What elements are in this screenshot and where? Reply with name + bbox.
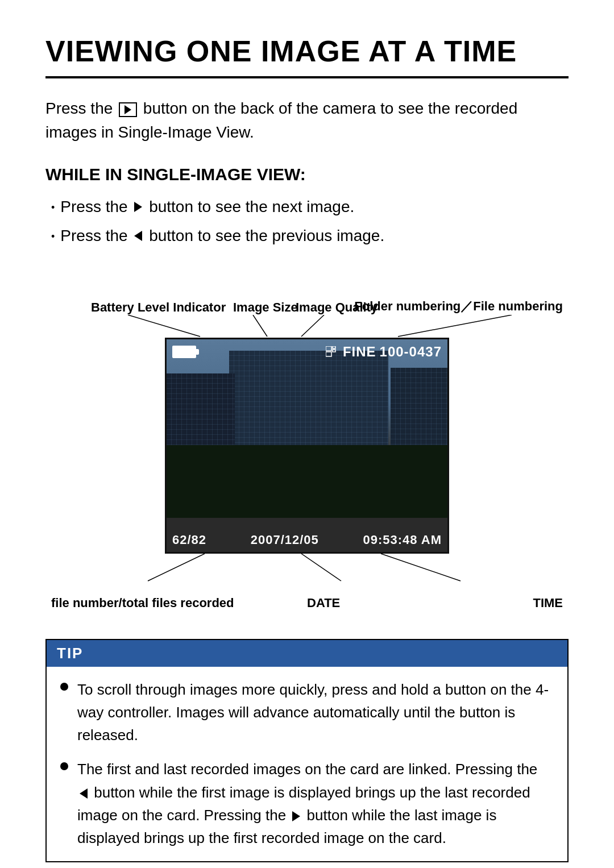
bullet-prev-image: • Press the button to see the previous i… xyxy=(51,223,569,249)
right-arrow-icon xyxy=(134,202,142,212)
tip-body: To scroll through images more quickly, p… xyxy=(47,667,567,861)
bullet-dot-1: • xyxy=(51,200,55,216)
trees xyxy=(167,445,447,519)
label-folder-file: Folder numbering／File numbering xyxy=(354,298,563,315)
intro-text-after: button on the back of the camera to see … xyxy=(45,99,517,141)
image-size-grid-icon xyxy=(326,346,339,358)
svg-rect-4 xyxy=(326,346,331,351)
page-title: VIEWING ONE IMAGE AT A TIME xyxy=(45,34,569,78)
playback-icon xyxy=(119,102,137,117)
svg-line-10 xyxy=(381,554,460,581)
svg-line-8 xyxy=(148,554,205,581)
tip-bullet-1: To scroll through images more quickly, p… xyxy=(60,678,554,747)
annotation-lines-bottom xyxy=(45,554,569,582)
bullet-2-before: Press the xyxy=(60,223,132,249)
tip-bullet-dot-2 xyxy=(60,762,68,770)
camera-screen-wrapper: FINE 100-0437 62/82 2007/12/05 09:53:48 … xyxy=(45,338,569,554)
camera-screen: FINE 100-0437 62/82 2007/12/05 09:53:48 … xyxy=(165,338,449,554)
hud-number-text: 100-0437 xyxy=(380,344,442,360)
hud-date: 2007/12/05 xyxy=(251,533,319,547)
svg-line-1 xyxy=(253,315,267,337)
hud-file-number: 62/82 xyxy=(172,533,206,547)
bullet-2-after: button to see the previous image. xyxy=(144,223,384,249)
battery-display-icon xyxy=(172,346,196,358)
annotation-lines-top xyxy=(45,315,569,338)
label-image-size: Image Size xyxy=(233,300,298,315)
tip-right-arrow-icon xyxy=(292,811,300,821)
svg-line-3 xyxy=(398,315,512,337)
bullet-1-after: button to see the next image. xyxy=(144,194,354,220)
tip-box: TIP To scroll through images more quickl… xyxy=(45,639,569,862)
hud-top-right: FINE 100-0437 xyxy=(326,344,442,360)
tip-left-arrow-icon xyxy=(80,788,88,799)
tip-bullet-dot-1 xyxy=(60,683,68,691)
svg-line-2 xyxy=(301,315,324,337)
svg-rect-6 xyxy=(333,350,335,352)
hud-time: 09:53:48 AM xyxy=(363,533,442,547)
bullet-next-image: • Press the button to see the next image… xyxy=(51,194,569,220)
hud-top: FINE 100-0437 xyxy=(172,344,442,360)
svg-rect-5 xyxy=(333,346,335,348)
svg-line-9 xyxy=(301,554,341,581)
intro-text-before: Press the xyxy=(45,99,113,117)
label-battery: Battery Level Indicator xyxy=(91,300,226,315)
intro-paragraph: Press the button on the back of the came… xyxy=(45,97,569,144)
tip-text-1: To scroll through images more quickly, p… xyxy=(77,678,554,747)
single-image-heading: WHILE IN SINGLE-IMAGE VIEW: xyxy=(45,165,569,184)
svg-rect-7 xyxy=(326,352,331,356)
bullet-1-before: Press the xyxy=(60,194,132,220)
bullet-dot-2: • xyxy=(51,229,55,245)
tip-header: TIP xyxy=(47,640,567,667)
tip-text-2: The first and last recorded images on th… xyxy=(77,758,554,849)
hud-quality-text: FINE xyxy=(343,344,376,360)
single-image-bullets: • Press the button to see the next image… xyxy=(45,194,569,249)
label-date: DATE xyxy=(307,596,340,610)
label-time: TIME xyxy=(533,596,563,610)
tip-bullet-2: The first and last recorded images on th… xyxy=(60,758,554,849)
hud-bottom: 62/82 2007/12/05 09:53:48 AM xyxy=(172,533,442,547)
label-file-number: file number/total files recorded xyxy=(51,596,234,610)
left-arrow-icon xyxy=(134,231,142,241)
diagram-section: Battery Level Indicator Image Size Image… xyxy=(45,269,569,610)
svg-line-0 xyxy=(128,315,200,337)
